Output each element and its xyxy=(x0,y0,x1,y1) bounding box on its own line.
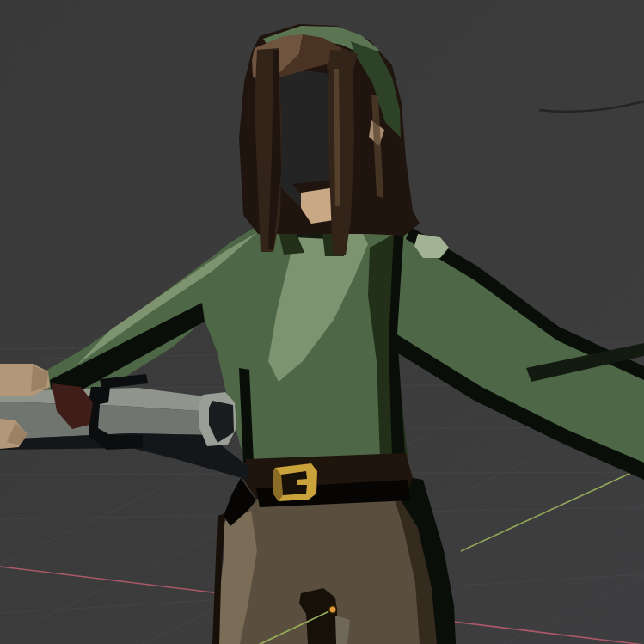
viewport-canvas[interactable] xyxy=(0,0,644,644)
object-origin-dot[interactable] xyxy=(329,606,337,614)
viewport-scene xyxy=(0,0,644,644)
lower-body[interactable] xyxy=(212,453,456,644)
inner-leg-light xyxy=(335,616,350,644)
